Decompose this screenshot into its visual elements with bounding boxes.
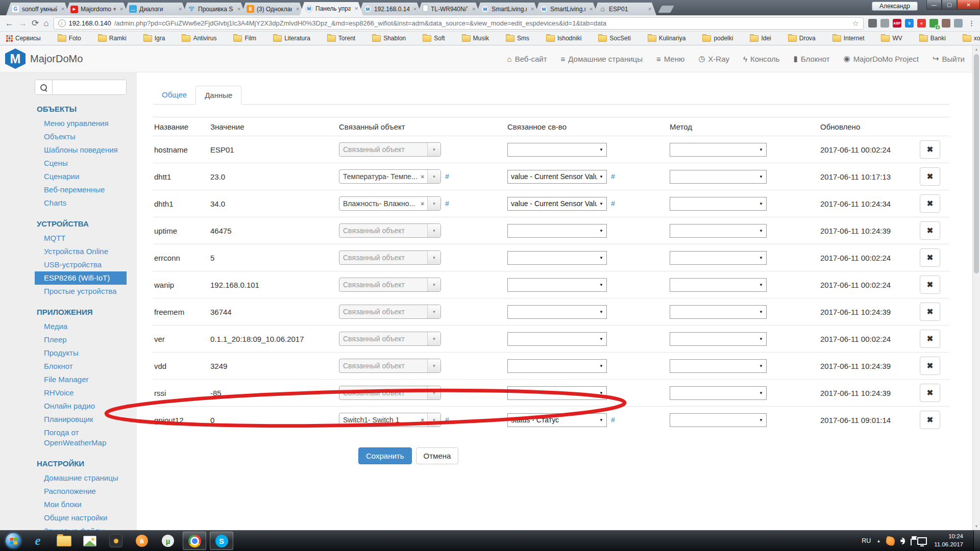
linked-property-select[interactable]: status - Статус▼ bbox=[507, 413, 607, 427]
extension-generic-icon[interactable] bbox=[868, 19, 877, 28]
delete-row-button[interactable]: ✖ bbox=[920, 303, 940, 321]
page-scrollbar[interactable]: ▲ ▼ bbox=[972, 45, 980, 530]
delete-row-button[interactable]: ✖ bbox=[920, 194, 940, 213]
utorrent-taskbar-icon[interactable]: µ bbox=[157, 532, 179, 549]
extension-green-icon[interactable]: 4 bbox=[929, 19, 938, 28]
nav-item-logout[interactable]: ↪Выйти bbox=[933, 54, 965, 63]
bookmark-item[interactable]: Film bbox=[233, 35, 256, 42]
nav-item-notepad[interactable]: ▮Блокнот bbox=[794, 54, 830, 63]
linked-property-select[interactable]: ▼ bbox=[507, 359, 607, 373]
nav-item-menu[interactable]: ≡Меню bbox=[656, 55, 684, 63]
bookmark-item[interactable]: Sms bbox=[506, 35, 529, 42]
sidebar-item[interactable]: Сцены bbox=[35, 157, 127, 170]
nav-item-website[interactable]: ⌂Веб-сайт bbox=[507, 55, 547, 63]
delete-row-button[interactable]: ✖ bbox=[920, 221, 940, 240]
linked-property-select[interactable]: ▼ bbox=[507, 305, 607, 319]
bookmark-item[interactable]: Сервисы bbox=[6, 35, 41, 42]
object-link[interactable]: # bbox=[445, 416, 449, 424]
bookmark-item[interactable]: WV bbox=[881, 35, 902, 42]
home-icon[interactable]: ⌂ bbox=[43, 19, 48, 28]
bookmark-item[interactable]: Ishodniki bbox=[546, 35, 581, 42]
sidebar-item[interactable]: Меню управления bbox=[35, 117, 127, 130]
bookmark-item[interactable]: Igra bbox=[143, 35, 165, 42]
chevron-down-icon[interactable]: ▼ bbox=[427, 305, 440, 318]
sidebar-item[interactable]: Сценарии bbox=[35, 170, 127, 183]
method-select[interactable]: ▼ bbox=[670, 251, 767, 265]
bookmark-item[interactable]: Internet bbox=[832, 35, 865, 42]
object-link[interactable]: # bbox=[445, 172, 449, 181]
method-select[interactable]: ▼ bbox=[670, 224, 767, 238]
chevron-down-icon[interactable]: ▼ bbox=[427, 224, 440, 237]
linked-object-select[interactable]: Температура- Темпе...✕▼ bbox=[339, 169, 441, 184]
method-select[interactable]: ▼ bbox=[670, 143, 767, 157]
browser-tab[interactable]: ⌂ESP01✕ bbox=[593, 3, 656, 15]
bookmark-item[interactable]: Antivirus bbox=[182, 35, 216, 42]
deselect-icon[interactable]: ✕ bbox=[418, 201, 427, 207]
extension-profile-icon[interactable] bbox=[954, 19, 963, 28]
linked-property-select[interactable]: ▼ bbox=[507, 278, 607, 292]
sidebar-item[interactable]: Плеер bbox=[35, 333, 127, 346]
action-center-flag-icon[interactable] bbox=[911, 536, 912, 545]
tab-close-icon[interactable]: ✕ bbox=[412, 6, 418, 13]
method-select[interactable]: ▼ bbox=[670, 332, 767, 346]
linked-property-select[interactable]: ▼ bbox=[507, 251, 607, 265]
bookmark-item[interactable]: хостинг bbox=[963, 35, 980, 42]
sidebar-item[interactable]: Общие настройки bbox=[35, 511, 127, 524]
tab-close-icon[interactable]: ✕ bbox=[529, 6, 535, 13]
chrome-taskbar-icon[interactable] bbox=[183, 532, 206, 550]
extension-globe-icon[interactable] bbox=[880, 19, 889, 28]
reload-icon[interactable]: ⟳ bbox=[32, 19, 39, 28]
delete-row-button[interactable]: ✖ bbox=[920, 330, 940, 348]
linked-object-select[interactable]: Связанный объект▼ bbox=[339, 305, 441, 319]
extension-bag-icon[interactable] bbox=[942, 19, 950, 28]
bookmark-star-icon[interactable]: ☆ bbox=[852, 19, 859, 28]
minimize-button[interactable]: — bbox=[926, 0, 942, 10]
delete-row-button[interactable]: ✖ bbox=[920, 384, 940, 402]
language-indicator[interactable]: RU bbox=[862, 537, 871, 544]
tab-close-icon[interactable]: ✕ bbox=[647, 6, 653, 13]
browser-tab[interactable]: Gsonoff умный до✕ bbox=[6, 3, 69, 15]
network-icon[interactable] bbox=[917, 537, 927, 545]
search-button[interactable] bbox=[35, 80, 53, 94]
chevron-down-icon[interactable]: ▼ bbox=[427, 251, 440, 264]
linked-object-select[interactable]: Влажность- Влажно...✕▼ bbox=[339, 196, 441, 211]
back-icon[interactable]: ← bbox=[5, 19, 14, 28]
chevron-down-icon[interactable]: ▼ bbox=[427, 278, 440, 291]
taskbar-clock[interactable]: 10:24 11.06.2017 bbox=[934, 533, 963, 548]
bookmark-item[interactable]: podelki bbox=[702, 35, 733, 42]
content-tab[interactable]: Общее bbox=[153, 86, 195, 105]
linked-property-select[interactable]: value - Current Sensor Value▼ bbox=[507, 170, 607, 184]
tab-close-icon[interactable]: ✕ bbox=[236, 6, 242, 13]
bookmark-item[interactable]: Literatura bbox=[273, 35, 310, 42]
cancel-button[interactable]: Отмена bbox=[416, 447, 459, 464]
tab-close-icon[interactable]: ✕ bbox=[295, 6, 301, 13]
ie-taskbar-icon[interactable]: e bbox=[27, 532, 49, 549]
sidebar-item-active[interactable]: ESP8266 (Wifi-IoT) bbox=[35, 271, 127, 285]
bookmark-item[interactable]: Soft bbox=[423, 35, 445, 42]
dark-app-taskbar-icon[interactable] bbox=[105, 532, 127, 549]
antivirus-app-taskbar-icon[interactable]: a bbox=[131, 532, 153, 549]
property-link[interactable]: # bbox=[611, 199, 615, 208]
sidebar-item[interactable]: Планировщик bbox=[35, 413, 127, 426]
sidebar-item[interactable]: Медиа bbox=[35, 320, 127, 333]
bookmark-item[interactable]: Torent bbox=[327, 35, 355, 42]
browser-tab[interactable]: MSmartLiving.ru -✕ bbox=[534, 3, 598, 15]
method-select[interactable]: ▼ bbox=[670, 170, 767, 184]
delete-row-button[interactable]: ✖ bbox=[920, 411, 940, 429]
linked-property-select[interactable]: ▼ bbox=[507, 332, 607, 346]
method-select[interactable]: ▼ bbox=[670, 386, 767, 400]
method-select[interactable]: ▼ bbox=[670, 305, 767, 319]
bookmark-item[interactable]: Musik bbox=[462, 35, 489, 42]
scroll-up-icon[interactable]: ▲ bbox=[973, 45, 980, 53]
sidebar-item[interactable]: Веб-переменные bbox=[35, 183, 127, 196]
tab-close-icon[interactable]: ✕ bbox=[353, 5, 359, 12]
sidebar-item[interactable]: Онлайн радио bbox=[35, 399, 127, 413]
linked-object-select[interactable]: Связанный объект▼ bbox=[339, 142, 441, 157]
delete-row-button[interactable]: ✖ bbox=[920, 276, 940, 294]
browser-tab[interactable]: MПанель управле✕ bbox=[300, 2, 363, 15]
forward-icon[interactable]: → bbox=[18, 19, 27, 28]
tab-close-icon[interactable]: ✕ bbox=[471, 6, 477, 13]
method-select[interactable]: ▼ bbox=[670, 413, 767, 427]
chevron-down-icon[interactable]: ▼ bbox=[427, 170, 440, 183]
property-link[interactable]: # bbox=[611, 416, 615, 424]
